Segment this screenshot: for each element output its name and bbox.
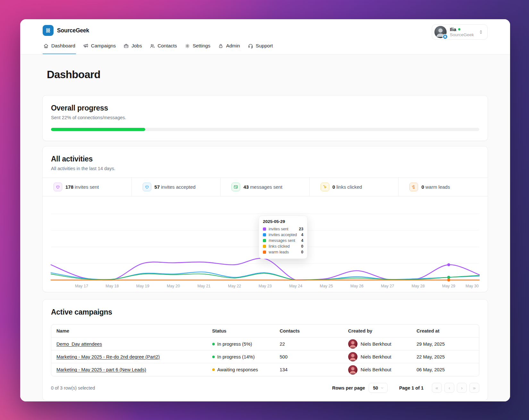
tab-settings[interactable]: Settings (184, 43, 211, 54)
table-header-row: NameStatusContactsCreated byCreated at (51, 325, 479, 338)
main-content: Dashboard Overall progress Sent 22% of c… (20, 54, 510, 401)
brand[interactable]: SourceGeek (43, 25, 89, 36)
created-at: 22 May, 2025 (411, 354, 479, 359)
activities-subtitle: All activities in the last 14 days. (51, 166, 479, 171)
app-window: SourceGeek Ilia SourceGeek DashboardCamp… (20, 19, 510, 401)
svg-text:May 19: May 19 (136, 284, 149, 288)
creator-name: Niels Berkhout (361, 367, 391, 372)
contacts-count: 500 (274, 354, 343, 359)
svg-text:May 30: May 30 (466, 284, 479, 288)
progress-bar-fill (51, 128, 145, 131)
warm-leads-icon (409, 183, 418, 191)
page-title: Dashboard (47, 69, 488, 81)
status-dot (212, 368, 215, 371)
first-page-button[interactable]: « (432, 383, 442, 393)
lock-icon (218, 43, 223, 49)
svg-text:May 17: May 17 (75, 284, 88, 288)
pagination: «‹›» (432, 383, 479, 393)
creator-avatar (348, 365, 357, 375)
svg-text:May 24: May 24 (289, 284, 302, 288)
chevrons-up-down-icon (478, 29, 483, 35)
created-at: 29 May, 2025 (411, 342, 479, 347)
page-indicator: Page 1 of 1 (399, 385, 424, 391)
user-name: Ilia (450, 27, 456, 32)
table-footer: 0 of 3 row(s) selected Rows per page 50 … (51, 383, 479, 393)
table-row[interactable]: Marketing - May 2025 - part 6 (New Leads… (51, 363, 479, 376)
avatar (434, 26, 447, 38)
stat-invites-sent: 178invites sent (43, 178, 132, 196)
tooltip-row: messages sent4 (263, 238, 303, 243)
tooltip-row: warm leads0 (263, 249, 303, 255)
creator-avatar (348, 339, 357, 349)
tooltip-row: links clicked0 (263, 243, 303, 249)
activities-chart[interactable]: May 17May 18May 19May 20May 21May 22May … (51, 201, 479, 290)
stat-warm-leads: 0warm leads (399, 178, 488, 196)
status-dot (212, 356, 215, 358)
chevron-down-icon (380, 386, 384, 390)
main-nav: DashboardCampaignsJobsContactsSettingsAd… (20, 38, 510, 54)
legend-swatch (263, 245, 266, 248)
campaigns-table: NameStatusContactsCreated byCreated at D… (51, 324, 479, 376)
brand-name: SourceGeek (57, 27, 89, 34)
svg-text:May 27: May 27 (381, 284, 394, 288)
campaign-name-link[interactable]: Marketing - May 2025 - part 6 (New Leads… (56, 367, 146, 372)
invites-accepted-icon (143, 183, 151, 191)
prev-page-button[interactable]: ‹ (444, 383, 454, 393)
rows-per-page-select[interactable]: 50 (369, 383, 388, 393)
tooltip-row: invites sent23 (263, 226, 303, 232)
stat-invites-accepted: 57invites accepted (132, 178, 221, 196)
svg-text:May 26: May 26 (350, 284, 364, 288)
chart-tooltip: 2025-05-29 invites sent23invites accepte… (259, 216, 307, 259)
legend-swatch (263, 251, 266, 254)
links-clicked-icon (321, 183, 329, 191)
tab-support[interactable]: Support (247, 43, 274, 54)
rows-selected-text: 0 of 3 row(s) selected (51, 385, 95, 391)
overall-progress-title: Overall progress (51, 104, 479, 112)
org-badge-atom-icon (442, 34, 448, 39)
column-header-created-by: Created by (343, 328, 411, 334)
user-menu[interactable]: Ilia SourceGeek (432, 24, 488, 40)
users-icon (150, 43, 155, 49)
megaphone-icon (83, 43, 88, 49)
next-page-button[interactable]: › (457, 383, 467, 393)
tab-campaigns[interactable]: Campaigns (82, 43, 116, 54)
briefcase-icon (123, 43, 129, 49)
last-page-button[interactable]: » (469, 383, 479, 393)
svg-text:May 29: May 29 (442, 284, 455, 288)
tab-jobs[interactable]: Jobs (123, 43, 142, 54)
column-header-created-at: Created at (411, 328, 479, 334)
tooltip-date: 2025-05-29 (263, 219, 303, 224)
table-row[interactable]: Demo_Day attendeesIn progress (5%)22Niel… (51, 338, 479, 350)
headset-icon (248, 43, 253, 49)
status-text: Awaiting responses (217, 367, 258, 372)
status-text: In progress (5%) (217, 342, 252, 347)
tab-dashboard[interactable]: Dashboard (43, 43, 76, 54)
stat-messages-sent: 43messages sent (221, 178, 310, 196)
stat-links-clicked: 0links clicked (310, 178, 399, 196)
legend-swatch (263, 233, 266, 236)
status-text: In progress (14%) (217, 354, 255, 359)
active-campaigns-card: Active campaigns NameStatusContactsCreat… (42, 299, 488, 401)
svg-text:May 28: May 28 (412, 284, 425, 288)
table-row[interactable]: Marketing - May 2025 - Re-do 2nd degree … (51, 350, 479, 363)
svg-text:May 25: May 25 (320, 284, 333, 288)
column-header-contacts: Contacts (274, 328, 343, 334)
online-status-dot (458, 28, 460, 30)
contacts-count: 22 (274, 342, 343, 347)
progress-bar (51, 128, 479, 131)
sourcegeek-logo-icon (43, 25, 54, 36)
tooltip-row: invites accepted4 (263, 232, 303, 238)
rows-per-page-label: Rows per page (332, 385, 365, 391)
status-dot (212, 343, 215, 345)
campaign-name-link[interactable]: Marketing - May 2025 - Re-do 2nd degree … (56, 354, 160, 359)
activities-title: All activities (51, 155, 479, 163)
campaign-name-link[interactable]: Demo_Day attendees (56, 342, 102, 347)
invites-sent-icon (54, 183, 62, 191)
svg-text:May 20: May 20 (167, 284, 180, 288)
svg-text:May 23: May 23 (259, 284, 272, 288)
svg-text:May 22: May 22 (228, 284, 241, 288)
legend-swatch (263, 239, 266, 242)
active-campaigns-title: Active campaigns (51, 308, 479, 317)
tab-admin[interactable]: Admin (217, 43, 240, 54)
tab-contacts[interactable]: Contacts (149, 43, 178, 54)
